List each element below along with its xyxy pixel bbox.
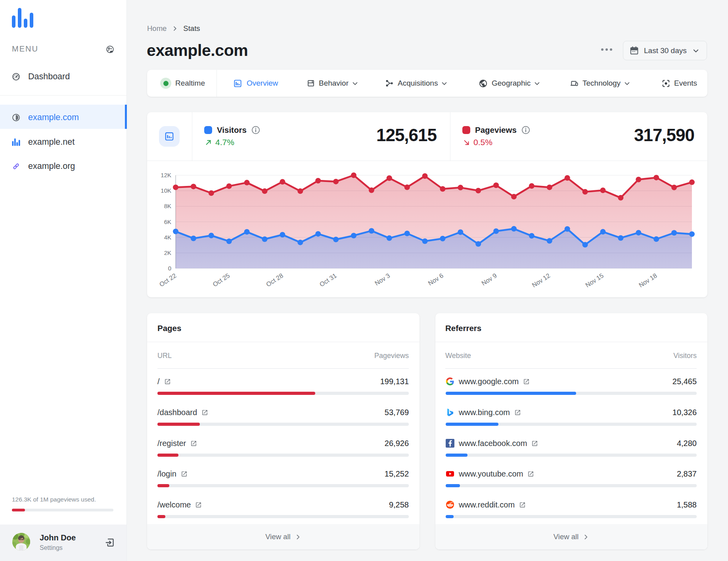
svg-text:Nov 15: Nov 15 bbox=[584, 272, 605, 289]
svg-text:Oct 22: Oct 22 bbox=[158, 272, 178, 288]
svg-text:Nov 9: Nov 9 bbox=[480, 272, 498, 287]
svg-text:4K: 4K bbox=[164, 234, 171, 241]
svg-text:0: 0 bbox=[168, 265, 171, 272]
svg-text:6K: 6K bbox=[164, 218, 171, 225]
svg-text:Nov 3: Nov 3 bbox=[374, 272, 391, 287]
svg-text:Nov 12: Nov 12 bbox=[531, 272, 552, 289]
svg-text:10K: 10K bbox=[161, 187, 171, 194]
svg-text:Oct 28: Oct 28 bbox=[265, 272, 284, 288]
svg-text:Oct 25: Oct 25 bbox=[212, 272, 231, 288]
svg-text:Nov 18: Nov 18 bbox=[638, 272, 658, 289]
svg-text:8K: 8K bbox=[164, 203, 171, 209]
svg-text:Oct 31: Oct 31 bbox=[318, 272, 338, 288]
svg-text:Nov 6: Nov 6 bbox=[427, 272, 444, 287]
svg-text:12K: 12K bbox=[161, 172, 171, 178]
svg-text:2K: 2K bbox=[164, 249, 171, 256]
